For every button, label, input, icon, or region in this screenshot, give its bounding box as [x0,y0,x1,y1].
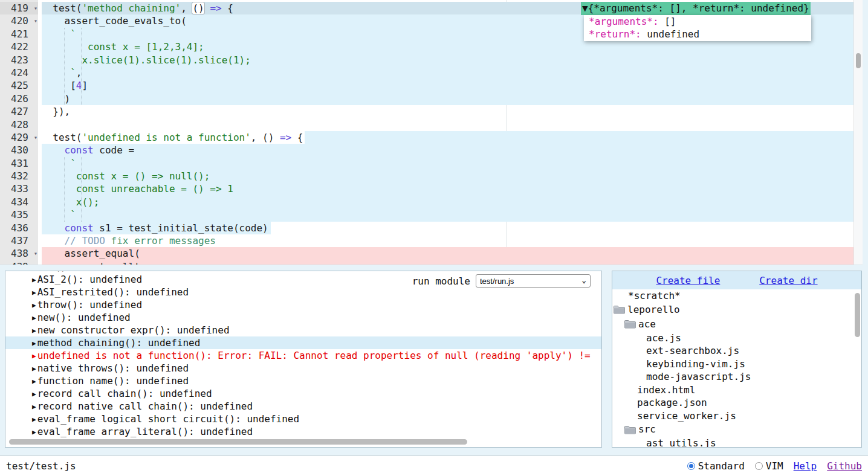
tree-file-mode-javascript.js[interactable]: mode-javascript.js [612,370,861,384]
line-number: 425 [0,79,38,92]
horizontal-scrollbar-thumb[interactable] [9,439,467,445]
file-panel-header: Create file Create dir [612,271,861,289]
tree-dir-leporello[interactable]: leporello [612,303,861,317]
tree-item-label: ace.js [646,332,681,345]
test-result-item[interactable]: ▶function name(): undefined [5,375,601,387]
test-result-item[interactable]: ▶throw(): undefined [5,298,601,311]
tree-item-label: mode-javascript.js [646,370,751,384]
tree-item-label: service_worker.js [637,410,736,423]
test-result-label: function name(): undefined [37,375,189,387]
editor-vertical-scrollbar[interactable] [853,0,863,265]
tree-file-scratch[interactable]: *scratch* [612,289,861,303]
code-line-436[interactable]: 436 const s1 = test_initial_state(code) [0,222,853,234]
test-result-label: new constructor expr(): undefined [37,324,230,336]
tree-item-label: package.json [637,396,707,410]
tree-file-ace.js[interactable]: ace.js [612,332,861,345]
eval-result-inline-value[interactable]: ▼{*arguments*: [], *return*: undefined} [581,2,811,14]
code-line-429[interactable]: 429▾ test('undefined is not a function',… [0,131,853,144]
tree-item-label: leporello [627,303,680,317]
github-link[interactable]: Github [827,460,862,472]
fold-arrow-icon[interactable]: ▾ [34,247,37,260]
test-result-label: record native call chain(): undefined [37,400,253,412]
help-link[interactable]: Help [794,460,817,472]
tree-file-index.html[interactable]: index.html [612,384,861,397]
code-line-424[interactable]: 424 `, [0,66,853,79]
tree-file-keybinding-vim.js[interactable]: keybinding-vim.js [612,358,861,371]
scrollbar-thumb[interactable] [856,53,861,68]
mode-option-vim[interactable]: VIM [755,460,783,472]
line-number: 433 [0,182,38,195]
line-number: 420▾ [0,14,38,27]
test-result-item[interactable]: ▶ASI_restrited(): undefined [5,286,601,298]
code-line-427[interactable]: 427 }), [0,105,853,118]
test-results-panel: ▶ASI(): undefined▶ASI_2(): undefined▶ASI… [5,271,602,448]
test-results-list: ▶ASI(): undefined▶ASI_2(): undefined▶ASI… [5,271,601,438]
tree-dir-src[interactable]: src [612,422,861,437]
code-line-433[interactable]: 433 const unreachable = () => 1 [0,182,853,195]
line-number: 437 [0,234,38,247]
mode-option-standard[interactable]: Standard [687,460,745,472]
code-line-439[interactable]: 439 const calltree = ... [0,260,853,265]
run-module-select[interactable]: test/run.js [476,274,591,288]
test-result-item[interactable]: ▶new(): undefined [5,311,601,324]
code-line-435[interactable]: 435 ` [0,208,853,221]
line-number: 426 [0,92,38,105]
create-dir-link[interactable]: Create dir [759,275,817,286]
tree-scrollbar-thumb[interactable] [855,293,860,337]
test-result-item[interactable]: ▶eval_frame logical short circuit(): und… [5,413,601,425]
radio-unselected-icon[interactable] [755,462,763,470]
test-result-item[interactable]: ▶record call chain(): undefined [5,387,601,400]
fold-arrow-icon[interactable]: ▾ [34,14,37,27]
tree-file-package.json[interactable]: package.json [612,396,861,410]
test-result-item[interactable]: ▶record native call chain(): undefined [5,400,601,413]
line-number: 430 [0,144,38,156]
tree-file-ext-searchbox.js[interactable]: ext-searchbox.js [612,344,861,358]
fold-arrow-icon[interactable]: ▾ [34,131,37,144]
indent-guide [81,157,82,222]
test-result-item[interactable]: ▶new constructor expr(): undefined [5,324,601,336]
triangle-right-icon: ▶ [32,289,36,297]
code-line-432[interactable]: 432 const x = () => null(); [0,170,853,182]
popup-entry[interactable]: *return*: undefined [584,28,811,40]
line-number: 419▾ [0,2,38,14]
code-lines-container: 419▾ test('method chaining', () => {420▾… [0,2,853,265]
test-result-label: new(): undefined [37,312,131,323]
test-result-label: eval_frame array_literal(): undefined [37,426,253,437]
code-editor[interactable]: 419▾ test('method chaining', () => {420▾… [0,0,863,265]
fold-arrow-icon[interactable]: ▾ [34,2,37,14]
indent-guide [64,28,65,105]
popup-entry[interactable]: *arguments*: [] [584,15,811,28]
indent-guide [64,157,65,222]
code-line-430[interactable]: 430 const code = [0,144,853,156]
tree-dir-ace[interactable]: ace [612,317,861,332]
test-result-item[interactable]: ▶method chaining(): undefined [5,336,601,349]
line-number: 424 [0,66,38,79]
create-file-link[interactable]: Create file [656,275,720,286]
code-line-426[interactable]: 426 ) [0,92,853,105]
test-result-item[interactable]: ▶undefined is not a function(): Error: F… [5,349,601,362]
tree-item-label: ast_utils.js [646,437,716,448]
tree-file-ast_utils.js[interactable]: ast_utils.js [612,437,861,448]
line-number: 431 [0,157,38,170]
test-result-label: record call chain(): undefined [37,388,212,399]
test-result-item[interactable]: ▶eval_frame array_literal(): undefined [5,425,601,438]
code-line-428[interactable]: 428 [0,118,853,131]
popup-key: *arguments*: [589,16,659,27]
line-number: 435 [0,208,38,221]
code-line-437[interactable]: 437 // TODO fix error messages [0,234,853,247]
mode-label: VIM [766,460,783,472]
code-line-431[interactable]: 431 ` [0,157,853,170]
tree-file-service_worker.js[interactable]: service_worker.js [612,410,861,423]
code-line-434[interactable]: 434 x(); [0,196,853,208]
eval-result-popup[interactable]: *arguments*: []*return*: undefined [584,15,811,41]
code-line-425[interactable]: 425 [4] [0,79,853,92]
code-line-438[interactable]: 438▾ assert_equal( [0,247,853,260]
line-number: 422 [0,40,38,53]
radio-selected-icon[interactable] [687,462,695,470]
line-number: 429▾ [0,131,38,144]
test-result-item[interactable]: ▶native throws(): undefined [5,362,601,375]
run-module-control: run module test/run.js ⌄ [412,274,591,288]
tree-item-label: keybinding-vim.js [646,358,745,371]
code-line-423[interactable]: 423 x.slice(1).slice(1).slice(1); [0,54,853,66]
code-line-422[interactable]: 422 const x = [1,2,3,4]; [0,40,853,53]
